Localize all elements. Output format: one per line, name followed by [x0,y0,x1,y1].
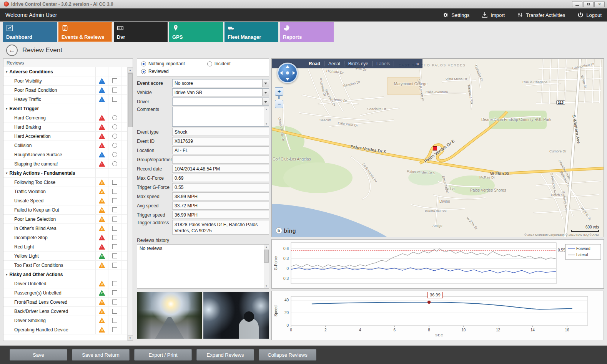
incomplete-stop-checkbox[interactable] [112,235,117,240]
trigger-g-force-label: Trigger G-Force [137,185,172,190]
hard-cornering-radio[interactable] [112,115,117,120]
collapse-arrow-icon[interactable]: ▾ [6,107,8,111]
logout-button[interactable]: Logout [577,12,602,18]
yellow-light-checkbox[interactable] [112,253,117,258]
tab-gps[interactable]: GPS [169,22,223,42]
expand-reviews-button[interactable]: Expand Reviews [196,349,254,361]
save-button[interactable]: Save [10,349,67,361]
collision-radio[interactable] [112,143,117,148]
hard-braking-radio[interactable] [112,124,117,129]
reviews-history-list[interactable]: No reviews ▲ ▼ [137,244,269,289]
import-button[interactable]: Import [482,12,505,18]
map-view-road[interactable]: Road [305,61,324,66]
map-panel[interactable]: EAST RANCHO PALOS VERDESMarymount Colleg… [271,58,604,237]
event-score-select[interactable]: No score [172,79,269,87]
map-label: Amigo [432,224,442,228]
unsafe-speed-checkbox[interactable] [112,198,117,203]
reviews-history-scrollbar[interactable]: ▲ ▼ [264,245,269,288]
svg-text:4: 4 [359,328,361,332]
scroll-down-icon[interactable]: ▼ [128,335,133,341]
operating-handled-device-checkbox[interactable] [112,327,117,332]
collapse-arrow-icon[interactable]: ▾ [6,171,8,175]
hard-acceleration-radio[interactable] [112,134,117,139]
maximize-button[interactable] [583,1,594,7]
map-view-aerial[interactable]: Aerial [324,61,344,66]
scroll-up-icon[interactable]: ▲ [264,107,269,112]
heavy-traffic-checkbox[interactable] [112,97,117,102]
poor-visibility-checkbox[interactable] [112,78,117,83]
red-light-checkbox[interactable] [112,244,117,249]
cabin-camera-video-thumb[interactable] [203,292,269,339]
in-other-s-blind-area-checkbox[interactable] [112,226,117,231]
tab-events-reviews[interactable]: Events & Reviews [58,22,112,42]
failed-to-keep-an-out-checkbox[interactable] [112,207,117,212]
map-label: Puerta del Sol [425,209,447,213]
review-group-risky-and-other-actions[interactable]: ▾Risky and Other Actions [3,270,127,279]
back-button[interactable]: ← [6,45,18,56]
tab-dvr[interactable]: Dvr [114,22,168,42]
passenger-s-unbelted-checkbox[interactable] [112,290,117,295]
tab-reports[interactable]: Reports [280,22,334,42]
transfer-activities-button[interactable]: Transfer Activities [517,12,565,18]
poor-road-condition-checkbox[interactable] [112,88,117,93]
review-item-front-road-lens-covered: Front/Road Lens Covered3 [3,298,127,307]
back-driver-lens-covered-checkbox[interactable] [112,309,117,314]
event-location-marker[interactable] [433,146,437,151]
map-view-labels[interactable]: Labels [373,61,394,66]
comments-textarea[interactable] [173,107,264,126]
severity-warn-icon: 3 [99,318,105,323]
driver-unbelted-checkbox[interactable] [112,281,117,286]
collapse-arrow-icon[interactable]: ▾ [6,273,8,276]
scroll-down-icon[interactable]: ▼ [264,284,269,288]
review-item-in-other-s-blind-area: In Other's Blind Area3 [3,224,127,233]
settings-button[interactable]: Settings [442,12,469,18]
driver-smoking-checkbox[interactable] [112,318,117,323]
review-group-adverse-conditions[interactable]: ▾Adverse Conditions [3,67,127,76]
tab-dashboard[interactable]: Dashboard [3,22,57,42]
export-print-button[interactable]: Export / Print [134,349,192,361]
collapse-arrow-icon[interactable]: ▾ [6,70,8,74]
scroll-up-icon[interactable]: ▲ [264,245,269,249]
close-icon: ✕ [598,2,601,6]
trigger-speed-label: Trigger speed [137,212,172,218]
comments-scrollbar[interactable]: ▲▼ [264,107,269,126]
front-road-lens-covered-checkbox[interactable] [112,299,117,304]
map-collapse-button[interactable]: « [413,61,422,66]
map-pan-control[interactable] [277,63,298,83]
scroll-down-icon[interactable]: ▼ [264,122,269,126]
scroll-thumb[interactable] [128,73,133,127]
reviews-scrollbar[interactable]: ▲ ▼ [127,67,133,341]
tab-fleet-manager[interactable]: Fleet Manager [225,22,278,42]
slapping-the-camera-radio[interactable] [112,161,117,166]
driver-select[interactable] [172,98,269,106]
map-view-bird-s-eye[interactable]: Bird's eye [344,61,373,66]
nothing-important-radio[interactable] [141,61,146,66]
vehicle-select[interactable]: idrive Van SB [172,88,269,96]
front-camera-video-thumb[interactable] [137,292,202,339]
map-label: Divino [439,199,450,204]
review-group-risky-actions-fundamentals[interactable]: ▾Risky Actions - Fundamentals [3,169,127,178]
map-label: Cumbre Dr [549,149,566,153]
close-button[interactable]: ✕ [594,1,605,7]
too-fast-for-conditions-checkbox[interactable] [112,263,117,268]
map-label: Marymount College [394,82,427,86]
reviewed-radio[interactable] [141,69,146,74]
zoom-in-button[interactable]: + [275,87,283,96]
scroll-thumb[interactable] [264,250,269,263]
zoom-out-button[interactable]: − [275,100,283,108]
incident-radio[interactable] [207,61,212,66]
review-item-red-light: Red Light! [3,242,127,251]
poor-lane-selection-checkbox[interactable] [112,217,117,222]
severity-danger-icon: ! [99,133,105,139]
review-group-event-trigger[interactable]: ▾Event Trigger [3,104,127,113]
review-item-hard-cornering: Hard Cornering! [3,113,127,122]
svg-text:G-Force: G-Force [274,256,278,270]
save-and-return-button[interactable]: Save and Return [72,349,130,361]
traffic-violation-checkbox[interactable] [112,189,117,194]
bing-logo: b bing [276,227,296,234]
scroll-up-icon[interactable]: ▲ [128,67,133,73]
collapse-reviews-button[interactable]: Collapse Reviews [259,349,316,361]
minimize-button[interactable] [572,1,582,7]
rough-uneven-surface-radio[interactable] [112,152,117,157]
following-too-close-checkbox[interactable] [112,180,117,185]
